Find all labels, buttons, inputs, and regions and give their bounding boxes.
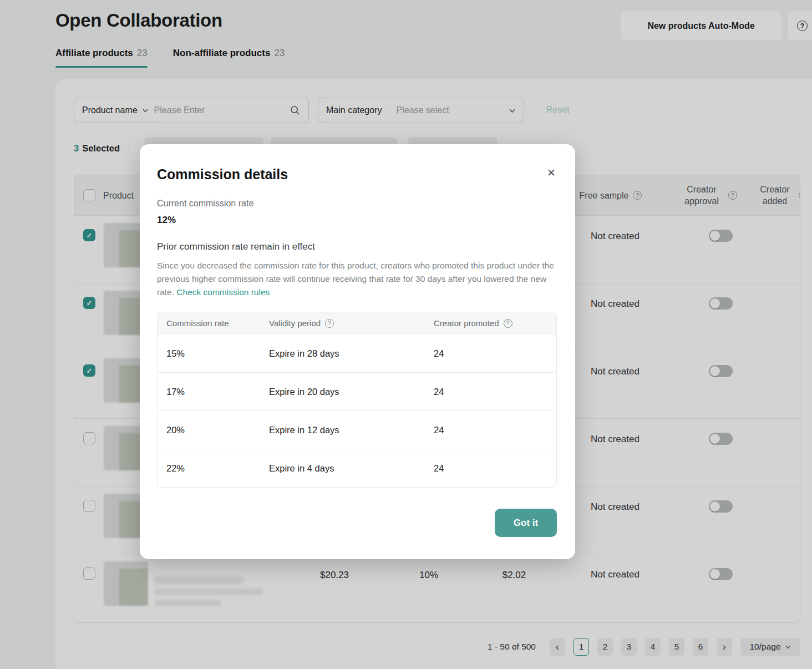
commission-table-row: 22% Expire in 4 days 24: [158, 449, 556, 487]
help-icon[interactable]: ?: [504, 319, 512, 328]
help-icon[interactable]: ?: [325, 319, 334, 328]
modal-title: Commission details: [157, 166, 288, 182]
close-icon[interactable]: ✕: [546, 166, 557, 180]
commission-rates-table: Commission rate Validity period? Creator…: [157, 312, 557, 488]
page: Open Collaboration New products Auto-Mod…: [0, 0, 812, 669]
commission-table-header: Commission rate Validity period? Creator…: [158, 312, 556, 334]
commission-table-row: 20% Expire in 12 days 24: [158, 410, 556, 449]
commission-details-modal: Commission details ✕ Current commission …: [140, 144, 575, 559]
check-commission-rules-link[interactable]: Check commission rules: [176, 287, 270, 297]
current-rate-label: Current commission rate: [157, 199, 557, 209]
prior-rate-heading: Prior commission rate remain in effect: [157, 241, 557, 252]
prior-rate-description: Since you decreased the commission rate …: [157, 259, 557, 299]
current-rate-value: 12%: [157, 215, 557, 226]
got-it-button[interactable]: Got it: [495, 509, 557, 537]
commission-table-row: 15% Expire in 28 days 24: [158, 334, 556, 372]
commission-table-row: 17% Expire in 20 days 24: [158, 372, 556, 410]
